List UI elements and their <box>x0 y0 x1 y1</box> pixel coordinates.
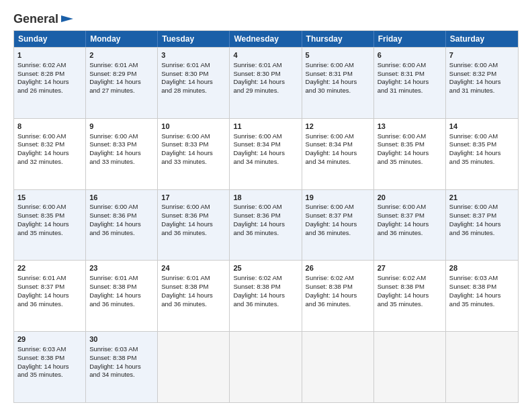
logo: General <box>13 12 73 24</box>
day-header-friday: Friday <box>374 31 446 47</box>
day-cell-22: 22Sunrise: 6:01 AMSunset: 8:37 PMDayligh… <box>14 261 86 331</box>
day-info-line: Daylight: 14 hours <box>17 220 82 229</box>
day-info-line: and 29 minutes. <box>233 87 298 95</box>
day-info-line: Sunset: 8:37 PM <box>306 212 370 220</box>
day-cell-16: 16Sunrise: 6:00 AMSunset: 8:36 PMDayligh… <box>86 190 158 261</box>
day-info-line: Sunset: 8:30 PM <box>233 70 298 79</box>
day-info-line: Sunrise: 6:00 AM <box>306 203 370 212</box>
day-info-line: Sunrise: 6:02 AM <box>306 274 370 283</box>
day-info-line: and 36 minutes. <box>89 300 154 309</box>
day-info-line: Sunset: 8:36 PM <box>233 212 298 220</box>
day-cell-8: 8Sunrise: 6:00 AMSunset: 8:32 PMDaylight… <box>14 119 86 189</box>
day-number: 29 <box>17 334 82 345</box>
day-info-line: Daylight: 14 hours <box>378 220 442 229</box>
day-info-line: Sunset: 8:33 PM <box>89 140 154 149</box>
day-info-line: and 31 minutes. <box>449 87 515 95</box>
day-info-line: Sunset: 8:35 PM <box>449 140 515 149</box>
day-info-line: Sunrise: 6:00 AM <box>306 132 370 141</box>
calendar-body: 1Sunrise: 6:02 AMSunset: 8:28 PMDaylight… <box>14 47 518 402</box>
empty-cell <box>158 332 230 402</box>
page: General SundayMondayTuesdayWednesdayThur… <box>0 0 532 411</box>
day-number: 26 <box>306 263 370 273</box>
day-number: 19 <box>306 193 370 203</box>
day-cell-9: 9Sunrise: 6:00 AMSunset: 8:33 PMDaylight… <box>86 119 158 189</box>
day-info-line: Daylight: 14 hours <box>306 78 370 87</box>
day-info-line: Sunrise: 6:01 AM <box>233 61 298 70</box>
day-info-line: Daylight: 14 hours <box>89 149 154 158</box>
calendar-week-5: 29Sunrise: 6:03 AMSunset: 8:38 PMDayligh… <box>14 331 518 402</box>
day-info-line: and 36 minutes. <box>306 229 370 238</box>
day-info-line: Daylight: 14 hours <box>449 220 515 229</box>
day-number: 22 <box>17 263 82 273</box>
day-info-line: Sunrise: 6:00 AM <box>449 203 515 212</box>
day-info-line: Sunset: 8:32 PM <box>449 70 515 79</box>
day-info-line: Daylight: 14 hours <box>161 220 226 229</box>
day-info-line: Sunset: 8:38 PM <box>449 283 515 291</box>
day-info-line: Sunrise: 6:03 AM <box>89 345 154 354</box>
day-info-line: Daylight: 14 hours <box>378 78 442 87</box>
day-number: 14 <box>449 122 515 132</box>
calendar: SundayMondayTuesdayWednesdayThursdayFrid… <box>13 30 519 403</box>
day-info-line: Sunset: 8:38 PM <box>161 283 226 291</box>
day-number: 25 <box>233 263 298 273</box>
day-number: 16 <box>89 193 154 203</box>
day-info-line: Sunrise: 6:00 AM <box>449 132 515 141</box>
calendar-week-1: 1Sunrise: 6:02 AMSunset: 8:28 PMDaylight… <box>14 47 518 118</box>
day-number: 7 <box>449 50 515 60</box>
logo-line: General <box>13 12 73 26</box>
day-info-line: and 35 minutes. <box>449 300 515 309</box>
day-info-line: Sunrise: 6:00 AM <box>233 132 298 141</box>
day-cell-14: 14Sunrise: 6:00 AMSunset: 8:35 PMDayligh… <box>446 119 518 189</box>
day-number: 11 <box>233 122 298 132</box>
day-header-thursday: Thursday <box>302 31 374 47</box>
day-info-line: and 36 minutes. <box>161 300 226 309</box>
day-info-line: and 35 minutes. <box>17 371 82 379</box>
day-cell-19: 19Sunrise: 6:00 AMSunset: 8:37 PMDayligh… <box>302 190 374 261</box>
day-number: 5 <box>306 50 370 60</box>
day-info-line: Sunrise: 6:00 AM <box>17 203 82 212</box>
day-info-line: Daylight: 14 hours <box>233 291 298 300</box>
day-cell-28: 28Sunrise: 6:03 AMSunset: 8:38 PMDayligh… <box>446 261 518 331</box>
day-info-line: Daylight: 14 hours <box>17 78 82 87</box>
day-info-line: Sunset: 8:35 PM <box>17 212 82 220</box>
day-info-line: and 34 minutes. <box>233 158 298 167</box>
day-cell-30: 30Sunrise: 6:03 AMSunset: 8:38 PMDayligh… <box>86 332 158 402</box>
day-info-line: and 33 minutes. <box>89 158 154 167</box>
day-info-line: Sunset: 8:38 PM <box>17 354 82 363</box>
day-cell-29: 29Sunrise: 6:03 AMSunset: 8:38 PMDayligh… <box>14 332 86 402</box>
day-cell-25: 25Sunrise: 6:02 AMSunset: 8:38 PMDayligh… <box>230 261 302 331</box>
day-info-line: Sunset: 8:38 PM <box>378 283 442 291</box>
day-number: 10 <box>161 122 226 132</box>
empty-cell <box>302 332 374 402</box>
day-info-line: Sunset: 8:30 PM <box>161 70 226 79</box>
day-cell-3: 3Sunrise: 6:01 AMSunset: 8:30 PMDaylight… <box>158 48 230 118</box>
logo-general: General <box>13 12 58 26</box>
day-info-line: Daylight: 14 hours <box>449 78 515 87</box>
day-cell-5: 5Sunrise: 6:00 AMSunset: 8:31 PMDaylight… <box>302 48 374 118</box>
day-info-line: Sunset: 8:38 PM <box>306 283 370 291</box>
day-info-line: Daylight: 14 hours <box>17 291 82 300</box>
day-info-line: Sunrise: 6:01 AM <box>161 61 226 70</box>
day-info-line: Daylight: 14 hours <box>233 220 298 229</box>
day-cell-24: 24Sunrise: 6:01 AMSunset: 8:38 PMDayligh… <box>158 261 230 331</box>
day-info-line: and 36 minutes. <box>449 229 515 238</box>
day-info-line: Daylight: 14 hours <box>306 149 370 158</box>
day-number: 15 <box>17 193 82 203</box>
day-info-line: Sunrise: 6:01 AM <box>89 274 154 283</box>
day-info-line: and 35 minutes. <box>378 300 442 309</box>
day-info-line: Daylight: 14 hours <box>449 291 515 300</box>
day-info-line: Sunrise: 6:00 AM <box>89 132 154 141</box>
day-info-line: and 28 minutes. <box>161 87 226 95</box>
day-info-line: Daylight: 14 hours <box>17 363 82 371</box>
day-cell-6: 6Sunrise: 6:00 AMSunset: 8:31 PMDaylight… <box>374 48 446 118</box>
day-number: 3 <box>161 50 226 60</box>
day-info-line: Daylight: 14 hours <box>17 149 82 158</box>
day-info-line: Sunrise: 6:01 AM <box>17 274 82 283</box>
day-header-tuesday: Tuesday <box>158 31 230 47</box>
day-cell-1: 1Sunrise: 6:02 AMSunset: 8:28 PMDaylight… <box>14 48 86 118</box>
day-info-line: Sunrise: 6:00 AM <box>378 203 442 212</box>
day-info-line: Sunset: 8:35 PM <box>378 140 442 149</box>
day-info-line: Sunrise: 6:02 AM <box>233 274 298 283</box>
day-info-line: and 35 minutes. <box>17 229 82 238</box>
day-number: 21 <box>449 193 515 203</box>
